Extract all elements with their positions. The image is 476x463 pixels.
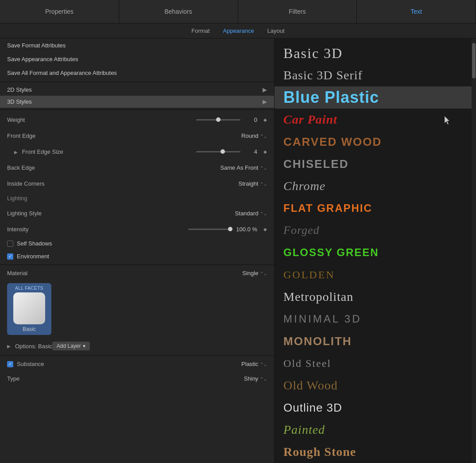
self-shadows-label: Self Shadows [17,240,52,247]
substance-value[interactable]: Plastic ⌃⌄ [65,361,267,367]
style-item-blueplastic[interactable]: Blue Plastic [275,86,476,109]
prop-inside-corners: Inside Corners Straight ⌃⌄ [0,175,274,191]
top-tab-bar: Properties Behaviors Filters Text [0,0,476,23]
tab-behaviors[interactable]: Behaviors [119,0,238,23]
style-item-chiseled[interactable]: CHISELED [275,153,476,175]
options-row: ▶ Options: Basic Add Layer ▾ [0,338,274,354]
intensity-diamond: ◆ [263,227,267,232]
style-item-label: Rough Stone [283,445,356,459]
environment-checkbox[interactable] [7,253,13,260]
material-value[interactable]: Single ⌃⌄ [69,270,267,276]
material-label: Material [7,270,69,276]
front-edge-size-track[interactable] [196,151,240,152]
facet-preview [13,292,45,324]
style-item-flatgraphic[interactable]: FLAT GRAPHIC [275,197,476,219]
front-edge-value[interactable]: Round ⌃⌄ [69,132,267,139]
intensity-label: Intensity [7,226,69,233]
back-edge-value[interactable]: Same As Front ⌃⌄ [69,164,267,171]
style-item-label: Chrome [283,179,325,193]
tab-filters[interactable]: Filters [238,0,357,23]
style-item-label: GOLDEN [283,269,335,281]
weight-diamond: ◆ [263,117,267,122]
style-item-chrome[interactable]: Chrome [275,175,476,197]
facet-name: Basic [23,326,35,332]
back-edge-label: Back Edge [7,164,69,171]
style-item-label: MONOLITH [283,335,352,348]
menu-save-format[interactable]: Save Format Attributes [0,39,274,52]
style-item-label: Basic 3D [283,45,343,62]
front-edge-size-thumb [221,149,225,154]
tab-properties[interactable]: Properties [0,0,119,23]
lighting-section-header: Lighting [0,191,274,205]
intensity-thumb [228,227,232,231]
style-item-metropolitan[interactable]: Metropolitan [275,286,476,308]
intensity-track[interactable] [188,229,232,230]
menu-save-all[interactable]: Save All Format and Appearance Attribute… [0,66,274,80]
style-item-label: Basic 3D Serif [283,68,363,82]
front-edge-size-diamond: ◆ [263,149,267,154]
style-item-oldsteel[interactable]: Old Steel [275,352,476,374]
divider-1 [0,82,274,82]
style-item-label: FLAT GRAPHIC [283,202,372,214]
substance-checkbox[interactable] [7,361,13,367]
style-item-basic3d[interactable]: Basic 3D [275,42,476,64]
row-2d-styles[interactable]: 2D Styles ▶ [0,84,274,96]
prop-back-edge: Back Edge Same As Front ⌃⌄ [0,160,274,175]
front-edge-size-slider-area: 4 ◆ [69,148,267,155]
style-item-painted[interactable]: Painted [275,419,476,441]
tab-format[interactable]: Format [191,27,209,34]
3d-styles-label: 3D Styles [7,98,32,105]
facet-container: ALL FACETS Basic [0,280,274,338]
prop-front-edge: Front Edge Round ⌃⌄ [0,128,274,144]
weight-value: 0 [244,117,257,123]
tab-text[interactable]: Text [357,0,476,23]
divider-3 [0,265,274,265]
facet-box[interactable]: ALL FACETS Basic [7,283,51,335]
style-item-roughstone[interactable]: Rough Stone [275,441,476,463]
add-layer-button[interactable]: Add Layer ▾ [52,342,90,350]
style-item-label: Painted [283,423,325,437]
style-item-label: Old Steel [283,358,331,370]
scrollbar-thumb[interactable] [472,43,476,78]
2d-styles-label: 2D Styles [7,86,32,93]
inside-corners-value[interactable]: Straight ⌃⌄ [69,180,267,187]
style-item-label: MINIMAL 3D [283,313,361,325]
style-item-monolith[interactable]: MONOLITH [275,330,476,352]
prop-material: Material Single ⌃⌄ [0,267,274,280]
prop-weight: Weight 0 ◆ [0,112,274,128]
intensity-value: 100.0 % [236,226,257,233]
self-shadows-checkbox[interactable] [7,241,13,247]
lighting-style-value[interactable]: Standard ⌃⌄ [69,210,267,217]
style-item-golden[interactable]: GOLDEN [275,264,476,286]
3d-styles-arrow: ▶ [263,98,267,105]
style-item-forged[interactable]: Forged [275,219,476,241]
style-item-glossygreen[interactable]: GLOSSY GREEN [275,241,476,264]
options-expand-icon[interactable]: ▶ [7,344,11,349]
divider-2 [0,109,274,110]
style-item-outline3d[interactable]: Outline 3D [275,397,476,419]
row-self-shadows: Self Shadows [0,237,274,250]
style-item-label: CHISELED [283,157,348,171]
options-label: ▶ Options: Basic [7,343,52,350]
style-item-basic3dserif[interactable]: Basic 3D Serif [275,64,476,86]
lighting-style-label: Lighting Style [7,210,69,217]
2d-styles-arrow: ▶ [263,86,267,93]
menu-save-appearance[interactable]: Save Appearance Attributes [0,52,274,66]
style-item-carvedwood[interactable]: CARVED WOOD [275,131,476,153]
style-item-minimal3d[interactable]: MINIMAL 3D [275,308,476,330]
tab-appearance[interactable]: Appearance [223,27,254,34]
row-environment: Environment [0,250,274,263]
type-value[interactable]: Shiny ⌃⌄ [69,375,267,382]
expand-icon[interactable]: ▶ [14,150,18,155]
weight-slider-area: 0 ◆ [69,117,267,123]
style-item-oldwood[interactable]: Old Wood [275,374,476,397]
row-3d-styles[interactable]: 3D Styles ▶ [0,96,274,108]
style-item-label: Outline 3D [283,401,342,415]
style-item-carpaint[interactable]: Car Paint [275,109,476,131]
tab-layout[interactable]: Layout [267,27,285,34]
style-item-label: GLOSSY GREEN [283,246,379,259]
right-panel: Basic 3DBasic 3D SerifBlue PlasticCar Pa… [275,39,476,463]
weight-slider-track[interactable] [196,119,240,121]
style-item-label: Car Paint [283,113,337,127]
weight-label: Weight [7,117,69,123]
